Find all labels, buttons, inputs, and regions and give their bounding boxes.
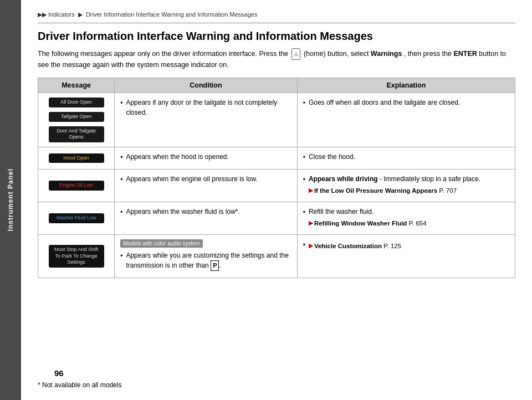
bullet-item: • Refill the washer fluid. ▶ Refilling W… <box>303 207 509 228</box>
bullet-text: Refill the washer fluid. ▶ Refilling Win… <box>309 207 509 228</box>
bullet-dot: • <box>303 152 305 162</box>
bullet-dot: • <box>303 98 305 108</box>
screen-washer-fluid: Washer Fluid Low <box>49 213 104 223</box>
bullet-dot: • <box>120 175 122 184</box>
condition-cell-washer: • Appears when the washer fluid is low*. <box>115 202 298 235</box>
bullet-item: • ▶ Vehicle Customization P. 125 <box>303 239 509 250</box>
bullet-text: ▶ Vehicle Customization P. 125 <box>309 239 509 250</box>
bullet-dot: • <box>120 152 122 162</box>
intro-text: The following messages appear only on th… <box>38 48 515 70</box>
bullet-text: Appears while you are customizing the se… <box>126 250 291 271</box>
intro-enter: ENTER <box>453 50 477 58</box>
screen-door-tailgate: Door And Tailgate Opens <box>49 126 104 142</box>
bullet-dot: • <box>303 207 305 217</box>
sidebar: Instrument Panel <box>0 0 21 400</box>
breadcrumb-arrow2: ▶ <box>78 11 83 18</box>
bullet-dot: • <box>303 240 305 250</box>
sub-ref-oil: ▶ If the Low Oil Pressure Warning Appear… <box>309 186 509 195</box>
info-table: Message Condition Explanation All Door O… <box>38 78 515 278</box>
main-content: ▶▶ Indicators ▶ Driver Information Inter… <box>21 0 532 400</box>
breadcrumb: ▶▶ Indicators ▶ Driver Information Inter… <box>38 11 515 23</box>
explanation-cell-custom: • ▶ Vehicle Customization P. 125 <box>297 235 515 278</box>
bullet-text: Goes off when all doors and the tailgate… <box>309 98 509 107</box>
explanation-cell-hood: • Close the hood. <box>297 147 515 170</box>
condition-cell-hood: • Appears when the hood is opened. <box>115 147 298 170</box>
message-cell-washer: Washer Fluid Low <box>38 202 115 235</box>
bullet-item: • Appears if any door or the tailgate is… <box>120 98 291 117</box>
home-button-icon: ⌂ <box>291 48 301 60</box>
bullet-dot: • <box>303 175 305 184</box>
col-header-message: Message <box>38 78 115 93</box>
table-row: All Door Open Tailgate Open Door And Tai… <box>38 93 515 147</box>
condition-cell-doors: • Appears if any door or the tailgate is… <box>115 93 298 147</box>
screen-all-door: All Door Open <box>49 98 104 107</box>
bullet-dot: • <box>120 251 122 261</box>
ref-text-oil: If the Low Oil Pressure Warning Appears … <box>314 186 457 195</box>
message-cell-hood: Hood Open <box>38 147 115 170</box>
screen-stack-doors: All Door Open Tailgate Open Door And Tai… <box>42 96 111 143</box>
bullet-text: Appears when the hood is opened. <box>126 152 291 162</box>
explanation-cell-doors: • Goes off when all doors and the tailga… <box>297 93 515 147</box>
table-row: Washer Fluid Low • Appears when the wash… <box>38 202 515 235</box>
condition-cell-engine: • Appears when the engine oil pressure i… <box>115 170 298 202</box>
table-row: Must Stop And Shift To Park To Change Se… <box>38 235 515 278</box>
message-cell-doors: All Door Open Tailgate Open Door And Tai… <box>38 93 115 147</box>
screen-tailgate: Tailgate Open <box>49 112 104 122</box>
color-audio-badge: Models with color audio system <box>120 239 203 248</box>
bullet-text: Appears when the engine oil pressure is … <box>126 174 291 184</box>
bullet-item: • Appears while driving - Immediately st… <box>303 174 509 195</box>
footnote: * Not available on all models <box>38 381 121 389</box>
intro-text1: The following messages appear only on th… <box>38 50 288 58</box>
intro-text2: (home) button, select <box>304 50 369 58</box>
col-header-explanation: Explanation <box>297 78 515 93</box>
ref-arrow-icon: ▶ <box>309 219 313 227</box>
breadcrumb-part2: Driver Information Interface Warning and… <box>86 11 258 18</box>
bullet-item: • Appears when the engine oil pressure i… <box>120 174 291 184</box>
ref-text-washer: Refilling Window Washer Fluid P. 654 <box>314 219 426 228</box>
message-cell-engine: Engine Oil Low <box>38 170 115 202</box>
table-row: Hood Open • Appears when the hood is ope… <box>38 147 515 170</box>
table-header-row: Message Condition Explanation <box>38 78 515 93</box>
screen-hood: Hood Open <box>49 153 104 163</box>
bullet-text: Appears while driving - Immediately stop… <box>309 174 509 195</box>
bullet-item: • Appears while you are customizing the … <box>120 250 291 271</box>
explanation-cell-engine: • Appears while driving - Immediately st… <box>297 170 515 202</box>
breadcrumb-arrows: ▶▶ <box>38 11 47 18</box>
message-cell-custom: Must Stop And Shift To Park To Change Se… <box>38 235 115 278</box>
bullet-item: • Goes off when all doors and the tailga… <box>303 98 509 108</box>
bullet-item: • Appears when the hood is opened. <box>120 152 291 162</box>
intro-text3: , then press the <box>404 50 452 58</box>
condition-cell-custom: Models with color audio system • Appears… <box>115 235 298 278</box>
bullet-text: Appears if any door or the tailgate is n… <box>126 98 291 117</box>
col-header-condition: Condition <box>115 78 298 93</box>
ref-arrow-icon: ▶ <box>309 186 313 194</box>
page-wrapper: Instrument Panel ▶▶ Indicators ▶ Driver … <box>0 0 532 400</box>
page-number: 96 <box>54 368 64 378</box>
sidebar-label: Instrument Panel <box>7 168 14 231</box>
appears-while-driving: Appears while driving <box>309 175 378 183</box>
breadcrumb-part1: Indicators <box>48 11 75 18</box>
bullet-text-washer: Appears when the washer fluid is low*. <box>126 207 291 217</box>
ref-text-custom: Vehicle Customization P. 125 <box>314 242 401 250</box>
sub-ref-custom: ▶ Vehicle Customization P. 125 <box>309 242 509 250</box>
screen-engine-oil: Engine Oil Low <box>49 181 104 191</box>
bullet-item: • Appears when the washer fluid is low*. <box>120 207 291 217</box>
bullet-dot: • <box>120 98 122 108</box>
sub-ref-washer: ▶ Refilling Window Washer Fluid P. 654 <box>309 219 509 228</box>
screen-custom-settings: Must Stop And Shift To Park To Change Se… <box>49 245 104 268</box>
page-title: Driver Information Interface Warning and… <box>38 30 515 43</box>
explanation-cell-washer: • Refill the washer fluid. ▶ Refilling W… <box>297 202 515 235</box>
bullet-dot: • <box>120 207 122 217</box>
p-box: P <box>211 260 219 271</box>
ref-arrow-icon: ▶ <box>309 242 313 250</box>
bullet-item: • Close the hood. <box>303 152 509 162</box>
intro-warnings: Warnings <box>371 50 402 58</box>
table-row: Engine Oil Low • Appears when the engine… <box>38 170 515 202</box>
bullet-text: Close the hood. <box>309 152 509 162</box>
